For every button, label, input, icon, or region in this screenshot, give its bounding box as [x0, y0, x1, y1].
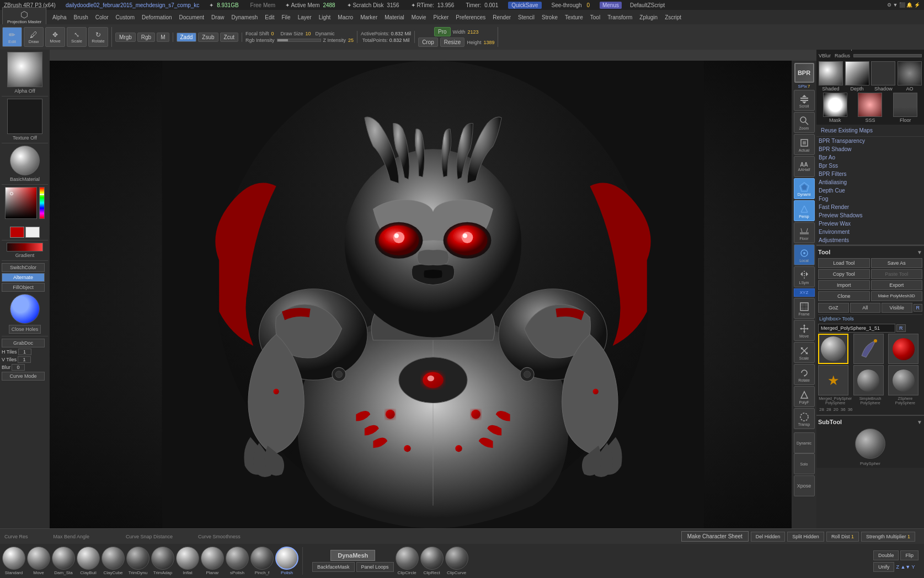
grab-doc-btn[interactable]: GrabDoc [2, 339, 45, 347]
brush-clipcircle[interactable]: ClipCircle [396, 547, 419, 575]
dynamic-btn[interactable]: Dynami [794, 178, 815, 199]
switch-color-btn[interactable]: SwitchColor [2, 263, 45, 272]
fill-object-btn[interactable]: FillObject [2, 283, 45, 292]
menu-transform[interactable]: Transform [605, 13, 635, 22]
scale-btn[interactable]: ⤡ Scale [67, 27, 87, 47]
fog-link[interactable]: Fog [816, 195, 924, 203]
make-polymesh-btn[interactable]: Make PolyMesh3D [871, 291, 923, 301]
zsphere-thumb[interactable] [888, 334, 918, 364]
clone-btn[interactable]: Clone [818, 291, 870, 301]
roll-dist-btn[interactable]: Roll Dist 1 [826, 532, 859, 542]
subtool-preview[interactable] [855, 429, 885, 459]
make-char-btn[interactable]: Make Character Sheet [681, 531, 749, 542]
h-tiles-input[interactable] [18, 349, 31, 355]
pro-btn[interactable]: Pro [434, 27, 451, 36]
transp-btn[interactable]: Transp [794, 408, 815, 429]
draw-btn[interactable]: 🖊 Draw [24, 27, 44, 47]
paste-tool-btn[interactable]: Paste Tool [871, 269, 923, 279]
brush-trimadap[interactable]: TrimAdap [151, 547, 174, 575]
close-holes-btn[interactable]: Close Holes [9, 325, 41, 334]
backface-mask-btn[interactable]: BackfaceMask [312, 562, 355, 572]
menu-zscript[interactable]: Zscript [662, 13, 684, 22]
merged-polysphere-thumb[interactable] [818, 334, 848, 364]
lightbox-label[interactable]: Lightbox> Tools [818, 314, 922, 323]
blur-input[interactable] [12, 364, 25, 371]
scroll-btn[interactable]: Scroll [794, 90, 815, 111]
bpr-ao-link[interactable]: Bpr Ao [816, 153, 924, 162]
polyf-btn[interactable]: PolyF [794, 386, 815, 407]
brush-claycube[interactable]: ClayCube [102, 547, 125, 575]
all-btn[interactable]: All [850, 303, 881, 313]
menu-picker[interactable]: Picker [431, 13, 452, 22]
see-through-btn[interactable]: See-through 0 [548, 2, 593, 9]
dynamic2-btn[interactable]: Dynamic [794, 432, 815, 453]
antialiasing-link[interactable]: Antialiasing [816, 178, 924, 186]
tool-r-btn[interactable]: R [896, 324, 906, 332]
polysphere2-thumb[interactable] [853, 365, 884, 395]
menu-color[interactable]: Color [93, 13, 111, 22]
ao-thumb[interactable]: AO [897, 61, 922, 92]
zoom-btn[interactable]: Zoom [794, 112, 815, 133]
fill-ball[interactable] [10, 294, 40, 324]
simplebrush-thumb[interactable] [853, 334, 884, 364]
import-btn[interactable]: Import [818, 280, 870, 290]
hue-bar[interactable] [39, 187, 45, 219]
bpr-filters-link[interactable]: BPR Filters [816, 170, 924, 178]
shadow-thumb[interactable]: Shadow [871, 61, 896, 92]
save-as-btn[interactable]: Save As [871, 258, 923, 268]
zsub-btn[interactable]: Zsub [198, 33, 218, 42]
menus-btn[interactable]: Menus [600, 2, 622, 9]
menu-file[interactable]: File [279, 13, 293, 22]
shaded-thumb[interactable]: Shaded [818, 61, 843, 92]
brush-damsta[interactable]: Dam_Sta [52, 547, 75, 575]
scale-icon-btn[interactable]: Scale [794, 342, 815, 363]
bpr-render-btn[interactable]: BPR [794, 63, 814, 83]
texture-preview[interactable] [7, 99, 42, 134]
frame-btn[interactable]: Frame [794, 298, 815, 319]
lsym-btn[interactable]: LSym [794, 266, 815, 287]
visible-btn[interactable]: Visible [882, 303, 912, 313]
menu-zplugin[interactable]: Zplugin [637, 13, 660, 22]
local-btn[interactable]: Local [794, 244, 815, 265]
script-label[interactable]: DefaultZScript [628, 2, 666, 9]
v-tiles-input[interactable] [18, 356, 31, 363]
menu-layer[interactable]: Layer [295, 13, 314, 22]
foreground-color[interactable] [10, 227, 24, 238]
menu-brush[interactable]: Brush [71, 13, 91, 22]
menu-stroke[interactable]: Stroke [539, 13, 560, 22]
alternate-btn[interactable]: Alternate [2, 273, 45, 282]
reuse-maps-link[interactable]: Reuse Existing Maps [819, 126, 922, 135]
depth-thumb[interactable]: Depth [845, 61, 870, 92]
move-icon-btn[interactable]: Move [794, 320, 815, 341]
menu-tool[interactable]: Tool [587, 13, 603, 22]
menu-deformation[interactable]: Deformation [139, 13, 174, 22]
fast-render-link[interactable]: Fast Render [816, 203, 924, 211]
copy-tool-btn[interactable]: Copy Tool [818, 269, 870, 279]
color-square[interactable] [5, 187, 37, 219]
preview-wax-link[interactable]: Preview Wax [816, 220, 924, 228]
color-picker-area[interactable] [5, 187, 45, 224]
m-btn[interactable]: M [157, 33, 169, 42]
bpr-transparency-link[interactable]: BPR Transparency [816, 137, 924, 145]
brush-claybuild[interactable]: ClayBuil [77, 547, 100, 575]
depth-cue-link[interactable]: Depth Cue [816, 186, 924, 195]
polysphere3-thumb[interactable] [888, 365, 918, 395]
menu-document[interactable]: Document [177, 13, 207, 22]
r-btn[interactable]: R [914, 304, 923, 312]
character-canvas[interactable] [50, 61, 816, 528]
split-hidden-btn[interactable]: Split Hidden [787, 532, 824, 542]
bpr-shadow-link[interactable]: BPR Shadow [816, 145, 924, 153]
star-thumb[interactable]: ★ [818, 365, 848, 395]
bpr-sss-link[interactable]: Bpr Sss [816, 162, 924, 170]
alpha-preview[interactable] [7, 52, 42, 87]
brush-clipcurve[interactable]: ClipCurve [445, 547, 468, 575]
menu-light[interactable]: Light [316, 13, 334, 22]
strength-mult-btn[interactable]: Strength Multiplier 1 [861, 532, 915, 542]
floor-thumb[interactable]: Floor [888, 93, 922, 123]
tool-name-input[interactable] [818, 324, 895, 333]
double-btn[interactable]: Double [873, 550, 899, 560]
brush-cliprect[interactable]: ClipRect [420, 547, 444, 575]
curve-mode-btn[interactable]: Curve Mode [2, 372, 45, 381]
adjustments-link[interactable]: Adjustments [816, 236, 924, 244]
menu-custom[interactable]: Custom [113, 13, 137, 22]
